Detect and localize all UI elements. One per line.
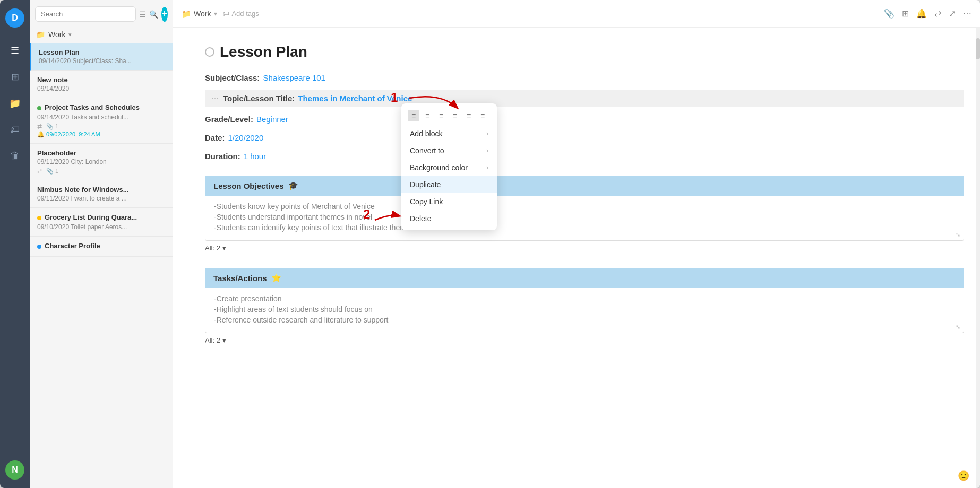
drag-handle-icon[interactable]: ⋯ (211, 94, 219, 103)
more-options-icon[interactable]: ⋯ (963, 8, 972, 19)
note-preview: 09/11/2020 I want to create a ... (37, 195, 165, 202)
status-dot-yellow (37, 216, 41, 220)
note-item-project-tasks[interactable]: Project Tasks and Schedules 09/14/2020 T… (30, 98, 173, 144)
section-tasks: Tasks/Actions ⭐ -Create presentation -Hi… (205, 268, 964, 347)
workspace-label[interactable]: 📁 Work ▾ (30, 28, 173, 43)
objective-item-2: -Students understand important themes in… (214, 213, 955, 221)
align-right-button[interactable]: ≡ (435, 110, 447, 121)
objectives-title: Lesson Objectives (213, 181, 284, 190)
convert-to-label: Convert to (410, 146, 444, 155)
grid-icon[interactable]: ⊞ (9, 69, 21, 85)
menu-item-delete[interactable]: Delete (401, 210, 497, 227)
tag-icon[interactable]: 🏷 (8, 122, 22, 137)
subject-value[interactable]: Shakespeare 101 (263, 73, 325, 82)
add-note-button[interactable]: + (161, 7, 168, 22)
search-input[interactable] (35, 6, 136, 22)
align-indent-button[interactable]: ≡ (463, 110, 475, 121)
add-block-arrow: › (486, 130, 488, 137)
objective-item-1: -Students know key points of Merchant of… (214, 202, 955, 211)
tasks-icon: ⭐ (271, 273, 281, 283)
align-outdent-button[interactable]: ≡ (477, 110, 488, 121)
emoji-icon[interactable]: 🙂 (958, 470, 969, 482)
breadcrumb-workspace[interactable]: Work (194, 10, 211, 18)
search-icon[interactable]: 🔍 (149, 10, 158, 19)
breadcrumb-dropdown-icon[interactable]: ▾ (214, 10, 217, 18)
note-item-grocery[interactable]: Grocery List During Quara... 09/10/2020 … (30, 208, 173, 237)
align-justify-button[interactable]: ≡ (449, 110, 461, 121)
note-preview: 09/11/2020 City: London (37, 158, 165, 165)
status-dot-blue (37, 245, 41, 249)
note-content-area: Lesson Plan Subject/Class: Shakespeare 1… (173, 28, 980, 488)
grade-value[interactable]: Beginner (256, 115, 288, 124)
share-icon[interactable]: ⇄ (934, 8, 941, 19)
user-avatar[interactable]: D (5, 8, 24, 28)
field-date: Date: 1/20/2020 (205, 131, 964, 144)
bottom-avatar[interactable]: N (5, 460, 24, 480)
field-duration: Duration: 1 hour (205, 150, 964, 163)
note-title: Grocery List During Quara... (45, 213, 137, 221)
menu-item-convert-to[interactable]: Convert to › (401, 142, 497, 159)
note-preview: 09/14/2020 Subject/Class: Sha... (39, 57, 165, 65)
view-grid-icon[interactable]: ⊞ (902, 8, 909, 19)
folder-icon[interactable]: 📁 (7, 95, 23, 111)
copy-link-label: Copy Link (410, 197, 443, 206)
top-bar-actions: 📎 ⊞ 🔔 ⇄ ⤢ ⋯ (884, 8, 972, 19)
align-center-button[interactable]: ≡ (422, 110, 433, 121)
home-icon[interactable]: ☰ (8, 42, 21, 58)
note-title: Lesson Plan (39, 48, 165, 56)
note-item-lesson-plan[interactable]: Lesson Plan 09/14/2020 Subject/Class: Sh… (30, 43, 173, 71)
menu-item-bg-color[interactable]: Background color › (401, 159, 497, 176)
filter-icon[interactable]: ☰ (139, 10, 146, 19)
search-bar: ☰ 🔍 + (30, 0, 173, 28)
section-tasks-header: Tasks/Actions ⭐ (205, 268, 964, 288)
note-title: New note (37, 76, 165, 84)
menu-item-copy-link[interactable]: Copy Link (401, 193, 497, 210)
bg-color-label: Background color (410, 163, 468, 172)
resize-icon[interactable]: ⤡ (956, 231, 960, 238)
workspace-folder-icon: 📁 (36, 30, 45, 39)
note-item-character[interactable]: Character Profile (30, 237, 173, 257)
date-value[interactable]: 1/20/2020 (228, 133, 264, 142)
note-item-new-note[interactable]: New note 09/14/2020 (30, 71, 173, 98)
attachment-icon[interactable]: 📎 (884, 8, 895, 19)
add-tags-button[interactable]: 🏷 Add tags (222, 10, 259, 18)
topic-label: Topic/Lesson Title: (223, 94, 295, 103)
field-grade: Grade/Level: Beginner (205, 112, 964, 126)
top-bar: 📁 Work ▾ 🏷 Add tags 📎 ⊞ 🔔 ⇄ ⤢ ⋯ (173, 0, 980, 28)
scrollbar-thumb[interactable] (976, 38, 980, 59)
date-label: Date: (205, 133, 225, 142)
menu-item-duplicate[interactable]: Duplicate (401, 176, 497, 193)
resize-icon-tasks[interactable]: ⤡ (956, 324, 960, 330)
task-item-1: -Create presentation (214, 294, 955, 303)
tag-icon: 🏷 (222, 10, 229, 18)
convert-to-arrow: › (486, 147, 488, 154)
section-objectives-footer[interactable]: All: 2 ▾ (205, 241, 964, 255)
note-title-row: Lesson Plan (205, 43, 964, 60)
note-preview: 09/14/2020 (37, 85, 165, 92)
menu-item-add-block[interactable]: Add block › (401, 125, 497, 142)
align-left-button[interactable]: ≡ (408, 110, 419, 121)
note-title: Nimbus Note for Windows... (37, 186, 165, 194)
subject-label: Subject/Class: (205, 73, 260, 82)
note-preview: 09/10/2020 Toilet paper Aeros... (37, 223, 165, 231)
workspace-dropdown-icon[interactable]: ▾ (68, 31, 72, 38)
note-title: Placeholder (37, 149, 165, 157)
section-tasks-body: -Create presentation -Highlight areas of… (205, 288, 964, 333)
status-dot-green (37, 106, 41, 110)
workspace-name: Work (48, 30, 65, 39)
alignment-row: ≡ ≡ ≡ ≡ ≡ ≡ (401, 107, 497, 125)
attachment-icon: 📎 1 (46, 123, 58, 130)
bell-icon[interactable]: 🔔 (916, 8, 927, 19)
task-item-2: -Highlight areas of text students should… (214, 305, 955, 313)
section-tasks-footer[interactable]: All: 2 ▾ (205, 333, 964, 347)
main-scrollbar[interactable] (976, 28, 980, 488)
trash-icon[interactable]: 🗑 (8, 148, 22, 163)
note-item-placeholder[interactable]: Placeholder 09/11/2020 City: London ⇄ 📎 … (30, 144, 173, 180)
duration-value[interactable]: 1 hour (244, 152, 267, 161)
note-item-nimbus[interactable]: Nimbus Note for Windows... 09/11/2020 I … (30, 180, 173, 208)
topic-value[interactable]: Themes in Merchant of Venice (298, 94, 412, 103)
note-status-circle[interactable] (205, 47, 214, 57)
section-objectives-header: Lesson Objectives 🎓 (205, 176, 964, 196)
fullscreen-icon[interactable]: ⤢ (949, 8, 956, 19)
bg-color-arrow: › (486, 164, 488, 171)
